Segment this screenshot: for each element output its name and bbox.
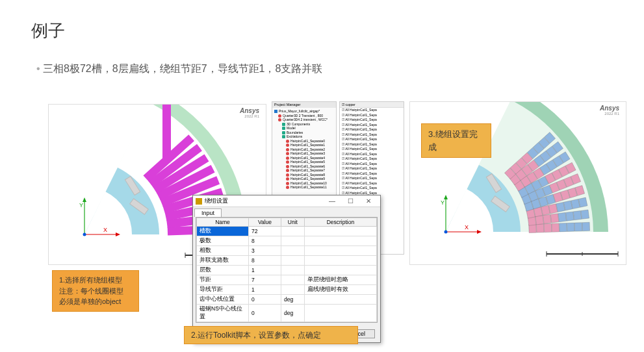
list-item[interactable]: All HairpinCoil1_Sepa — [340, 113, 404, 118]
axis-x-label: X — [103, 227, 107, 233]
winding-settings-dialog: 绕组设置 — ☐ ✕ Input Name Value Unit Descrip… — [192, 195, 381, 343]
list-item[interactable]: All HairpinCoil1_Sepa — [340, 118, 404, 123]
list-item[interactable]: All HairpinCoil1_Sepa — [340, 137, 404, 142]
param-row[interactable]: 层数1 — [197, 266, 377, 275]
list-item[interactable]: All HairpinCoil1_Sepa — [340, 152, 404, 157]
dialog-titlebar[interactable]: 绕组设置 — ☐ ✕ — [193, 195, 380, 207]
page-title: 例子 — [31, 19, 65, 42]
svg-point-7 — [83, 233, 86, 236]
svg-rect-47 — [581, 210, 589, 219]
list-item[interactable]: All HairpinCoil1_Sepa — [340, 166, 404, 171]
col-unit: Unit — [281, 218, 305, 227]
list-item[interactable]: All HairpinCoil1_Sepa — [340, 181, 404, 186]
svg-rect-46 — [573, 210, 582, 220]
svg-rect-44 — [558, 212, 567, 221]
subtitle-spec: 三相8极72槽，8层扁线，绕组节距7，导线节距1，8支路并联 — [36, 62, 322, 76]
param-row[interactable]: 槽数72 — [197, 227, 377, 236]
list-item[interactable]: All HairpinCoil1_Sepa — [340, 123, 404, 128]
svg-rect-42 — [543, 214, 552, 223]
tree-title: Project Manager — [272, 102, 336, 108]
list-item[interactable]: All HairpinCoil1_Sepa — [340, 127, 404, 132]
project-manager-tree[interactable]: Project Manager Prius_Mayor_fullcilc_air… — [272, 101, 337, 199]
svg-rect-43 — [550, 214, 559, 223]
col-desc: Description — [304, 218, 376, 227]
svg-marker-24 — [444, 195, 448, 199]
list-item[interactable]: All HairpinCoil1_Sepa — [340, 142, 404, 147]
param-row[interactable]: 齿中心线位置0deg — [197, 295, 377, 305]
param-row[interactable]: 导线节距1扁线绕组时有效 — [197, 285, 377, 295]
axis-y-label: Y — [441, 199, 444, 206]
axis-x-label: X — [465, 224, 469, 231]
list-item[interactable]: All HairpinCoil1_Sepa — [340, 171, 404, 177]
svg-rect-39 — [582, 222, 590, 231]
svg-rect-34 — [544, 223, 552, 232]
param-row[interactable]: 相数3 — [197, 246, 377, 256]
svg-rect-41 — [535, 216, 544, 225]
svg-point-27 — [444, 231, 448, 234]
dialog-title: 绕组设置 — [205, 197, 228, 205]
col-value: Value — [249, 218, 281, 227]
svg-rect-37 — [567, 223, 574, 231]
list-item[interactable]: All HairpinCoil1_Sepa — [340, 176, 404, 181]
tree-coil-item[interactable]: HairpinCoil1_Separate11 — [274, 185, 334, 190]
list-item[interactable]: All HairpinCoil1_Sepa — [340, 162, 404, 167]
svg-rect-36 — [560, 223, 567, 232]
param-row[interactable]: 节距7单层绕组时忽略 — [197, 275, 377, 285]
param-row[interactable]: 极数8 — [197, 236, 377, 246]
callout-step-3: 3.绕组设置完成 — [421, 123, 491, 158]
params-table: Name Value Unit Description 槽数72极数8相数3并联… — [196, 218, 377, 322]
callout-step-2: 2.运行Toolkit脚本，设置参数，点确定 — [184, 326, 358, 344]
list-item[interactable]: All HairpinCoil1_Sepa — [340, 157, 404, 162]
param-row[interactable]: 磁钢NS中心线位置0deg — [197, 305, 377, 322]
svg-rect-2 — [162, 105, 171, 159]
dialog-icon — [196, 198, 202, 205]
svg-rect-45 — [566, 212, 574, 221]
list-item[interactable]: All HairpinCoil1_Sepa — [340, 108, 404, 113]
list-item[interactable]: All HairpinCoil1_Sepa — [340, 147, 404, 152]
svg-rect-35 — [552, 223, 560, 232]
param-row[interactable]: 并联支路数8 — [197, 256, 377, 266]
list-header[interactable]: ☑ copper — [340, 102, 404, 108]
callout-step-1: 1.选择所有绕组模型 注意：每个线圈模型 必须是单独的object — [52, 270, 139, 312]
close-icon[interactable]: ✕ — [359, 197, 378, 205]
svg-rect-38 — [574, 223, 582, 231]
tab-input[interactable]: Input — [194, 208, 222, 217]
axis-y-label: Y — [79, 202, 83, 208]
col-name: Name — [197, 218, 249, 227]
maximize-icon[interactable]: ☐ — [341, 197, 359, 205]
svg-marker-4 — [83, 197, 86, 202]
list-item[interactable]: All HairpinCoil1_Sepa — [340, 132, 404, 138]
list-item[interactable]: All HairpinCoil1_Sepa — [340, 186, 404, 191]
svg-rect-33 — [536, 224, 544, 233]
minimize-icon[interactable]: — — [323, 197, 341, 205]
